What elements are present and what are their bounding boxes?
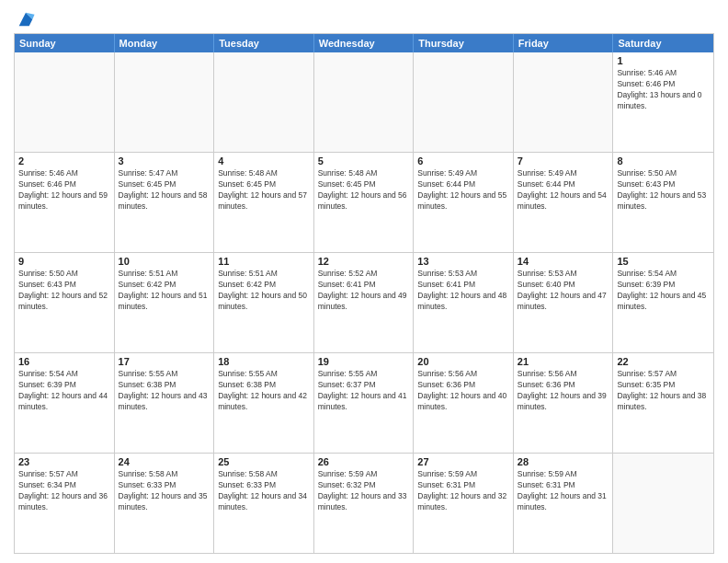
day-info: Sunrise: 5:52 AM Sunset: 6:41 PM Dayligh… bbox=[318, 269, 410, 313]
day-number: 8 bbox=[617, 155, 710, 167]
day-number: 2 bbox=[18, 155, 110, 167]
logo-icon bbox=[16, 9, 36, 29]
weekday-header: Tuesday bbox=[214, 34, 314, 52]
day-info: Sunrise: 5:53 AM Sunset: 6:40 PM Dayligh… bbox=[518, 269, 609, 313]
calendar-cell: 16Sunrise: 5:54 AM Sunset: 6:39 PM Dayli… bbox=[15, 353, 115, 453]
day-number: 13 bbox=[417, 256, 509, 267]
calendar-cell bbox=[15, 52, 115, 152]
day-info: Sunrise: 5:48 AM Sunset: 6:45 PM Dayligh… bbox=[318, 168, 410, 213]
day-info: Sunrise: 5:50 AM Sunset: 6:43 PM Dayligh… bbox=[18, 269, 110, 313]
day-info: Sunrise: 5:46 AM Sunset: 6:46 PM Dayligh… bbox=[18, 168, 110, 213]
calendar-cell: 23Sunrise: 5:57 AM Sunset: 6:34 PM Dayli… bbox=[15, 454, 115, 553]
day-info: Sunrise: 5:58 AM Sunset: 6:33 PM Dayligh… bbox=[119, 469, 210, 513]
day-info: Sunrise: 5:53 AM Sunset: 6:41 PM Dayligh… bbox=[417, 269, 509, 313]
day-number: 20 bbox=[417, 356, 509, 367]
calendar-cell: 28Sunrise: 5:59 AM Sunset: 6:31 PM Dayli… bbox=[514, 454, 614, 553]
page: SundayMondayTuesdayWednesdayThursdayFrid… bbox=[0, 0, 728, 563]
calendar-cell bbox=[214, 52, 314, 152]
day-number: 22 bbox=[617, 356, 710, 367]
day-info: Sunrise: 5:57 AM Sunset: 6:35 PM Dayligh… bbox=[617, 369, 710, 413]
day-info: Sunrise: 5:54 AM Sunset: 6:39 PM Dayligh… bbox=[18, 369, 110, 413]
day-number: 9 bbox=[18, 256, 110, 267]
calendar-cell: 26Sunrise: 5:59 AM Sunset: 6:32 PM Dayli… bbox=[314, 454, 415, 553]
day-number: 28 bbox=[518, 456, 609, 467]
day-info: Sunrise: 5:59 AM Sunset: 6:32 PM Dayligh… bbox=[318, 469, 410, 513]
day-number: 14 bbox=[518, 256, 609, 267]
calendar-cell bbox=[115, 52, 215, 152]
calendar-cell: 2Sunrise: 5:46 AM Sunset: 6:46 PM Daylig… bbox=[15, 153, 115, 252]
day-info: Sunrise: 5:58 AM Sunset: 6:33 PM Dayligh… bbox=[218, 469, 310, 513]
calendar-cell: 27Sunrise: 5:59 AM Sunset: 6:31 PM Dayli… bbox=[414, 454, 514, 553]
calendar-cell bbox=[613, 454, 713, 553]
day-info: Sunrise: 5:57 AM Sunset: 6:34 PM Dayligh… bbox=[18, 469, 110, 513]
calendar-cell: 21Sunrise: 5:56 AM Sunset: 6:36 PM Dayli… bbox=[514, 353, 614, 453]
calendar-cell: 15Sunrise: 5:54 AM Sunset: 6:39 PM Dayli… bbox=[613, 253, 713, 352]
day-info: Sunrise: 5:54 AM Sunset: 6:39 PM Dayligh… bbox=[617, 269, 710, 313]
day-number: 23 bbox=[18, 456, 110, 467]
day-info: Sunrise: 5:49 AM Sunset: 6:44 PM Dayligh… bbox=[417, 168, 509, 213]
calendar-cell: 17Sunrise: 5:55 AM Sunset: 6:38 PM Dayli… bbox=[115, 353, 215, 453]
calendar-cell: 6Sunrise: 5:49 AM Sunset: 6:44 PM Daylig… bbox=[414, 153, 514, 252]
day-number: 12 bbox=[318, 256, 410, 267]
calendar-row: 1Sunrise: 5:46 AM Sunset: 6:46 PM Daylig… bbox=[15, 52, 713, 152]
day-info: Sunrise: 5:55 AM Sunset: 6:38 PM Dayligh… bbox=[119, 369, 210, 413]
day-number: 3 bbox=[119, 155, 210, 167]
day-info: Sunrise: 5:59 AM Sunset: 6:31 PM Dayligh… bbox=[417, 469, 509, 513]
weekday-header: Monday bbox=[115, 34, 215, 52]
calendar-cell: 9Sunrise: 5:50 AM Sunset: 6:43 PM Daylig… bbox=[15, 253, 115, 352]
day-number: 17 bbox=[119, 356, 210, 367]
day-number: 10 bbox=[119, 256, 210, 267]
calendar-cell: 5Sunrise: 5:48 AM Sunset: 6:45 PM Daylig… bbox=[314, 153, 415, 252]
calendar-cell: 7Sunrise: 5:49 AM Sunset: 6:44 PM Daylig… bbox=[514, 153, 614, 252]
calendar-cell: 25Sunrise: 5:58 AM Sunset: 6:33 PM Dayli… bbox=[214, 454, 314, 553]
calendar-row: 23Sunrise: 5:57 AM Sunset: 6:34 PM Dayli… bbox=[15, 453, 713, 553]
weekday-header: Wednesday bbox=[314, 34, 415, 52]
day-info: Sunrise: 5:51 AM Sunset: 6:42 PM Dayligh… bbox=[119, 269, 210, 313]
calendar-cell bbox=[514, 52, 614, 152]
calendar-cell: 10Sunrise: 5:51 AM Sunset: 6:42 PM Dayli… bbox=[115, 253, 215, 352]
weekday-header: Saturday bbox=[613, 34, 713, 52]
day-info: Sunrise: 5:46 AM Sunset: 6:46 PM Dayligh… bbox=[617, 68, 710, 112]
calendar-cell: 1Sunrise: 5:46 AM Sunset: 6:46 PM Daylig… bbox=[613, 52, 713, 152]
day-info: Sunrise: 5:59 AM Sunset: 6:31 PM Dayligh… bbox=[518, 469, 609, 513]
weekday-header: Sunday bbox=[15, 34, 115, 52]
day-number: 26 bbox=[318, 456, 410, 467]
calendar-cell: 18Sunrise: 5:55 AM Sunset: 6:38 PM Dayli… bbox=[214, 353, 314, 453]
calendar-body: 1Sunrise: 5:46 AM Sunset: 6:46 PM Daylig… bbox=[15, 52, 713, 553]
calendar-cell: 4Sunrise: 5:48 AM Sunset: 6:45 PM Daylig… bbox=[214, 153, 314, 252]
calendar-cell: 11Sunrise: 5:51 AM Sunset: 6:42 PM Dayli… bbox=[214, 253, 314, 352]
day-info: Sunrise: 5:56 AM Sunset: 6:36 PM Dayligh… bbox=[417, 369, 509, 413]
day-info: Sunrise: 5:51 AM Sunset: 6:42 PM Dayligh… bbox=[218, 269, 310, 313]
calendar-cell: 14Sunrise: 5:53 AM Sunset: 6:40 PM Dayli… bbox=[514, 253, 614, 352]
weekday-header: Friday bbox=[514, 34, 614, 52]
day-number: 16 bbox=[18, 356, 110, 367]
day-info: Sunrise: 5:50 AM Sunset: 6:43 PM Dayligh… bbox=[617, 168, 710, 213]
day-number: 24 bbox=[119, 456, 210, 467]
day-number: 6 bbox=[417, 155, 509, 167]
calendar-cell: 3Sunrise: 5:47 AM Sunset: 6:45 PM Daylig… bbox=[115, 153, 215, 252]
day-number: 27 bbox=[417, 456, 509, 467]
day-number: 4 bbox=[218, 155, 310, 167]
calendar-cell: 12Sunrise: 5:52 AM Sunset: 6:41 PM Dayli… bbox=[314, 253, 415, 352]
day-number: 18 bbox=[218, 356, 310, 367]
calendar-cell bbox=[414, 52, 514, 152]
day-number: 7 bbox=[518, 155, 609, 167]
weekday-header: Thursday bbox=[414, 34, 514, 52]
day-info: Sunrise: 5:49 AM Sunset: 6:44 PM Dayligh… bbox=[518, 168, 609, 213]
calendar-row: 2Sunrise: 5:46 AM Sunset: 6:46 PM Daylig… bbox=[15, 152, 713, 252]
calendar-cell: 19Sunrise: 5:55 AM Sunset: 6:37 PM Dayli… bbox=[314, 353, 415, 453]
header bbox=[14, 9, 714, 26]
day-number: 5 bbox=[318, 155, 410, 167]
day-info: Sunrise: 5:56 AM Sunset: 6:36 PM Dayligh… bbox=[518, 369, 609, 413]
calendar-cell: 13Sunrise: 5:53 AM Sunset: 6:41 PM Dayli… bbox=[414, 253, 514, 352]
calendar-cell: 24Sunrise: 5:58 AM Sunset: 6:33 PM Dayli… bbox=[115, 454, 215, 553]
day-number: 25 bbox=[218, 456, 310, 467]
calendar-cell: 20Sunrise: 5:56 AM Sunset: 6:36 PM Dayli… bbox=[414, 353, 514, 453]
calendar-header: SundayMondayTuesdayWednesdayThursdayFrid… bbox=[15, 34, 713, 52]
calendar-cell: 22Sunrise: 5:57 AM Sunset: 6:35 PM Dayli… bbox=[613, 353, 713, 453]
day-number: 1 bbox=[617, 55, 710, 66]
calendar-row: 16Sunrise: 5:54 AM Sunset: 6:39 PM Dayli… bbox=[15, 352, 713, 453]
day-number: 15 bbox=[617, 256, 710, 267]
day-number: 21 bbox=[518, 356, 609, 367]
day-info: Sunrise: 5:55 AM Sunset: 6:38 PM Dayligh… bbox=[218, 369, 310, 413]
